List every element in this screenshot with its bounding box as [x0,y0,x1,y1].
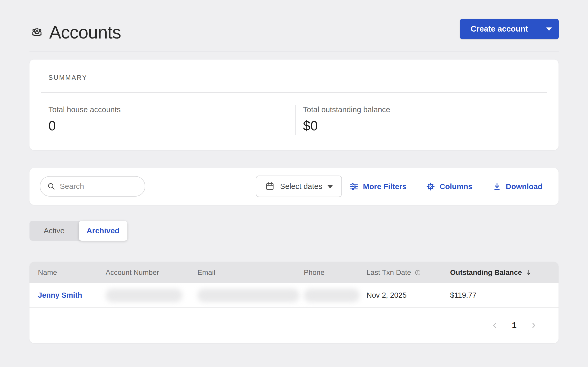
select-dates-button[interactable]: Select dates [256,176,342,197]
metric-value: 0 [48,118,121,133]
email-cell [197,289,304,302]
search-icon [47,182,56,191]
pagination: 1 [29,308,559,343]
metric-label: Total outstanding balance [303,105,390,114]
summary-divider [41,92,547,93]
status-tabs: Active Archived [29,221,127,241]
table-header-row: Name Account Number Email Phone Last Txn… [29,262,559,283]
accounts-table: Name Account Number Email Phone Last Txn… [29,262,559,343]
sliders-icon [349,182,359,191]
sort-desc-icon[interactable] [525,269,532,276]
summary-vertical-divider [295,105,296,135]
column-header-outstanding-balance[interactable]: Outstanding Balance [450,268,559,277]
column-header-name[interactable]: Name [38,268,106,277]
column-header-account-number[interactable]: Account Number [106,268,197,277]
page-title: Accounts [49,22,121,43]
summary-card: SUMMARY Total house accounts 0 Total out… [29,60,559,150]
download-label: Download [506,182,542,191]
tab-active[interactable]: Active [29,221,79,241]
table-row[interactable]: Jenny Smith Nov 2, 2025 $119.77 [29,283,559,308]
create-account-dropdown-button[interactable] [539,19,559,39]
columns-button[interactable]: Columns [426,168,472,205]
caret-down-icon [546,27,552,31]
redacted-account-number [106,289,183,302]
gear-icon [426,182,435,191]
outstanding-balance-cell: $119.77 [450,291,559,300]
search-box [40,176,145,197]
phone-cell [304,289,367,302]
more-filters-label: More Filters [363,182,407,191]
filter-toolbar: Select dates More Filters [29,168,559,205]
current-page-number: 1 [512,321,516,330]
chevron-left-icon[interactable] [490,321,499,330]
column-header-phone[interactable]: Phone [304,268,367,277]
account-name-link[interactable]: Jenny Smith [38,291,106,300]
column-header-email[interactable]: Email [197,268,304,277]
info-icon[interactable] [414,269,421,276]
calendar-icon [265,181,275,191]
columns-label: Columns [440,182,472,191]
last-txn-date-cell: Nov 2, 2025 [367,291,450,300]
people-group-icon [30,26,44,39]
create-account-button[interactable]: Create account [460,19,539,39]
redacted-email [197,289,299,302]
select-dates-label: Select dates [280,182,322,191]
chevron-right-icon[interactable] [529,321,538,330]
metric-label: Total house accounts [48,105,121,114]
summary-heading: SUMMARY [48,74,87,81]
header-divider [29,52,559,52]
metric-total-house-accounts: Total house accounts 0 [48,105,121,133]
download-icon [493,182,501,191]
create-account-split-button: Create account [460,19,559,39]
more-filters-button[interactable]: More Filters [349,168,407,205]
metric-total-outstanding-balance: Total outstanding balance $0 [303,105,390,133]
redacted-phone [304,289,360,302]
tab-archived[interactable]: Archived [79,221,127,241]
metric-value: $0 [303,118,390,133]
download-button[interactable]: Download [493,168,542,205]
search-input[interactable] [60,182,137,191]
account-number-cell [106,289,197,302]
column-header-last-txn-date[interactable]: Last Txn Date [367,268,450,277]
caret-down-icon [328,185,333,188]
page-header: Accounts [30,22,121,43]
